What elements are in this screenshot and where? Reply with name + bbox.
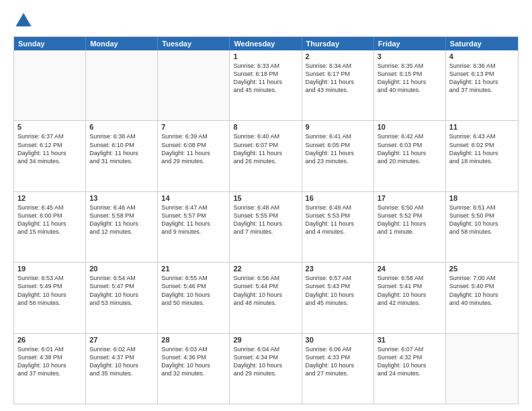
day-info: Sunrise: 6:41 AM Sunset: 6:05 PM Dayligh… (306, 132, 370, 165)
day-number: 24 (378, 265, 442, 273)
calendar-cell: 15Sunrise: 6:48 AM Sunset: 5:55 PM Dayli… (230, 192, 302, 262)
weekday-header: Friday (374, 37, 446, 50)
day-info: Sunrise: 6:47 AM Sunset: 5:57 PM Dayligh… (161, 203, 226, 236)
day-number: 19 (17, 265, 82, 273)
calendar-cell: 24Sunrise: 6:58 AM Sunset: 5:41 PM Dayli… (374, 263, 446, 332)
calendar-cell (446, 334, 518, 404)
weekday-header: Thursday (302, 37, 374, 50)
day-info: Sunrise: 6:03 AM Sunset: 4:36 PM Dayligh… (161, 345, 226, 378)
calendar-cell: 25Sunrise: 7:00 AM Sunset: 5:40 PM Dayli… (446, 263, 518, 332)
day-info: Sunrise: 6:54 AM Sunset: 5:47 PM Dayligh… (89, 274, 154, 307)
calendar-cell: 11Sunrise: 6:43 AM Sunset: 6:02 PM Dayli… (446, 121, 518, 191)
calendar-row: 19Sunrise: 6:53 AM Sunset: 5:49 PM Dayli… (14, 262, 518, 332)
calendar-body: 1Sunrise: 6:33 AM Sunset: 6:18 PM Daylig… (14, 50, 518, 404)
calendar: SundayMondayTuesdayWednesdayThursdayFrid… (13, 36, 519, 404)
calendar-cell: 9Sunrise: 6:41 AM Sunset: 6:05 PM Daylig… (302, 121, 374, 191)
calendar-cell: 3Sunrise: 6:35 AM Sunset: 6:15 PM Daylig… (374, 50, 446, 120)
day-number: 12 (17, 194, 82, 202)
calendar-cell: 20Sunrise: 6:54 AM Sunset: 5:47 PM Dayli… (86, 263, 158, 332)
day-number: 28 (161, 336, 226, 344)
day-number: 25 (449, 265, 515, 273)
calendar-cell: 26Sunrise: 6:01 AM Sunset: 4:38 PM Dayli… (14, 334, 86, 404)
weekday-header: Monday (86, 37, 158, 50)
day-number: 15 (233, 194, 298, 202)
calendar-cell: 8Sunrise: 6:40 AM Sunset: 6:07 PM Daylig… (230, 121, 302, 191)
day-number: 1 (233, 52, 298, 60)
calendar-cell (158, 50, 230, 120)
weekday-header: Saturday (446, 37, 518, 50)
day-info: Sunrise: 6:51 AM Sunset: 5:50 PM Dayligh… (449, 203, 515, 236)
calendar-cell: 30Sunrise: 6:06 AM Sunset: 4:33 PM Dayli… (302, 334, 374, 404)
logo (13, 11, 36, 31)
calendar-cell: 19Sunrise: 6:53 AM Sunset: 5:49 PM Dayli… (14, 263, 86, 332)
calendar-cell: 12Sunrise: 6:45 AM Sunset: 6:00 PM Dayli… (14, 192, 86, 262)
day-info: Sunrise: 6:35 AM Sunset: 6:15 PM Dayligh… (378, 62, 442, 95)
day-info: Sunrise: 6:46 AM Sunset: 5:58 PM Dayligh… (89, 203, 154, 236)
day-info: Sunrise: 6:48 AM Sunset: 5:55 PM Dayligh… (233, 203, 298, 236)
day-number: 21 (161, 265, 226, 273)
calendar-cell: 1Sunrise: 6:33 AM Sunset: 6:18 PM Daylig… (230, 50, 302, 120)
day-info: Sunrise: 6:55 AM Sunset: 5:46 PM Dayligh… (161, 274, 226, 307)
day-info: Sunrise: 6:06 AM Sunset: 4:33 PM Dayligh… (306, 345, 370, 378)
calendar-cell: 13Sunrise: 6:46 AM Sunset: 5:58 PM Dayli… (86, 192, 158, 262)
calendar-cell: 2Sunrise: 6:34 AM Sunset: 6:17 PM Daylig… (302, 50, 374, 120)
calendar-header: SundayMondayTuesdayWednesdayThursdayFrid… (14, 37, 518, 50)
weekday-header: Sunday (14, 37, 86, 50)
day-info: Sunrise: 6:02 AM Sunset: 4:37 PM Dayligh… (89, 345, 154, 378)
day-number: 9 (306, 123, 370, 131)
weekday-header: Wednesday (230, 37, 302, 50)
weekday-header: Tuesday (158, 37, 230, 50)
day-number: 23 (306, 265, 370, 273)
calendar-cell: 23Sunrise: 6:57 AM Sunset: 5:43 PM Dayli… (302, 263, 374, 332)
day-info: Sunrise: 6:39 AM Sunset: 6:08 PM Dayligh… (161, 132, 226, 165)
calendar-cell: 27Sunrise: 6:02 AM Sunset: 4:37 PM Dayli… (86, 334, 158, 404)
day-number: 13 (89, 194, 154, 202)
day-number: 30 (306, 336, 370, 344)
day-info: Sunrise: 6:43 AM Sunset: 6:02 PM Dayligh… (449, 132, 515, 165)
day-number: 29 (233, 336, 298, 344)
day-number: 8 (233, 123, 298, 131)
day-info: Sunrise: 6:38 AM Sunset: 6:10 PM Dayligh… (89, 132, 154, 165)
calendar-cell: 28Sunrise: 6:03 AM Sunset: 4:36 PM Dayli… (158, 334, 230, 404)
day-number: 5 (17, 123, 82, 131)
calendar-row: 5Sunrise: 6:37 AM Sunset: 6:12 PM Daylig… (14, 120, 518, 191)
day-number: 3 (378, 52, 442, 60)
day-info: Sunrise: 6:56 AM Sunset: 5:44 PM Dayligh… (233, 274, 298, 307)
calendar-row: 12Sunrise: 6:45 AM Sunset: 6:00 PM Dayli… (14, 191, 518, 262)
calendar-cell: 14Sunrise: 6:47 AM Sunset: 5:57 PM Dayli… (158, 192, 230, 262)
day-number: 2 (306, 52, 370, 60)
day-number: 18 (449, 194, 515, 202)
day-number: 4 (449, 52, 515, 60)
day-info: Sunrise: 6:04 AM Sunset: 4:34 PM Dayligh… (233, 345, 298, 378)
day-number: 26 (17, 336, 82, 344)
page: SundayMondayTuesdayWednesdayThursdayFrid… (0, 0, 532, 411)
day-number: 17 (378, 194, 442, 202)
day-info: Sunrise: 6:01 AM Sunset: 4:38 PM Dayligh… (17, 345, 82, 378)
day-number: 22 (233, 265, 298, 273)
calendar-cell: 17Sunrise: 6:50 AM Sunset: 5:52 PM Dayli… (374, 192, 446, 262)
calendar-cell: 21Sunrise: 6:55 AM Sunset: 5:46 PM Dayli… (158, 263, 230, 332)
calendar-cell: 31Sunrise: 6:07 AM Sunset: 4:32 PM Dayli… (374, 334, 446, 404)
day-info: Sunrise: 7:00 AM Sunset: 5:40 PM Dayligh… (449, 274, 515, 307)
calendar-cell (14, 50, 86, 120)
day-info: Sunrise: 6:37 AM Sunset: 6:12 PM Dayligh… (17, 132, 82, 165)
day-info: Sunrise: 6:57 AM Sunset: 5:43 PM Dayligh… (306, 274, 370, 307)
day-number: 14 (161, 194, 226, 202)
day-info: Sunrise: 6:07 AM Sunset: 4:32 PM Dayligh… (378, 345, 442, 378)
header (13, 11, 519, 31)
day-info: Sunrise: 6:40 AM Sunset: 6:07 PM Dayligh… (233, 132, 298, 165)
day-number: 7 (161, 123, 226, 131)
day-info: Sunrise: 6:34 AM Sunset: 6:17 PM Dayligh… (306, 62, 370, 95)
day-info: Sunrise: 6:53 AM Sunset: 5:49 PM Dayligh… (17, 274, 82, 307)
day-info: Sunrise: 6:45 AM Sunset: 6:00 PM Dayligh… (17, 203, 82, 236)
calendar-cell: 29Sunrise: 6:04 AM Sunset: 4:34 PM Dayli… (230, 334, 302, 404)
calendar-cell: 16Sunrise: 6:49 AM Sunset: 5:53 PM Dayli… (302, 192, 374, 262)
day-number: 20 (89, 265, 154, 273)
day-number: 11 (449, 123, 515, 131)
calendar-cell: 5Sunrise: 6:37 AM Sunset: 6:12 PM Daylig… (14, 121, 86, 191)
calendar-row: 1Sunrise: 6:33 AM Sunset: 6:18 PM Daylig… (14, 50, 518, 120)
day-info: Sunrise: 6:50 AM Sunset: 5:52 PM Dayligh… (378, 203, 442, 236)
day-number: 16 (306, 194, 370, 202)
day-number: 10 (378, 123, 442, 131)
day-number: 27 (89, 336, 154, 344)
